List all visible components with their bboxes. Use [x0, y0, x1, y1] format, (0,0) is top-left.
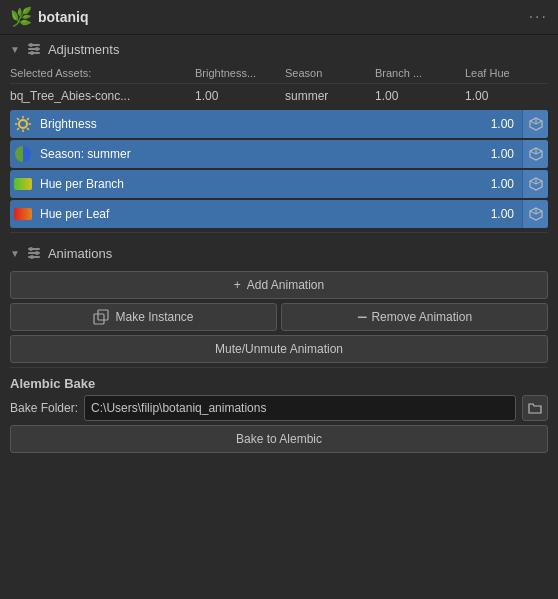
brightness-cube-button[interactable]: [522, 110, 548, 138]
svg-point-35: [35, 251, 39, 255]
hue-leaf-value: 1.00: [486, 207, 522, 221]
brightness-value: 1.00: [486, 117, 522, 131]
animations-section-header[interactable]: ▼ Animations: [0, 239, 558, 267]
season-icon: [14, 145, 32, 163]
asset-leaf-hue: 1.00: [465, 89, 535, 103]
divider-1: [10, 232, 548, 233]
svg-point-36: [30, 255, 34, 259]
hue-leaf-icon: [14, 208, 32, 220]
table-area: Selected Assets: Brightness... Season Br…: [0, 63, 558, 228]
svg-line-13: [27, 118, 29, 120]
bake-to-alembic-button[interactable]: Bake to Alembic: [10, 425, 548, 453]
svg-line-22: [536, 151, 542, 154]
bake-section: Alembic Bake Bake Folder: Bake to Alembi…: [10, 376, 548, 453]
animations-label: Animations: [48, 246, 112, 261]
season-value: 1.00: [486, 147, 522, 161]
svg-line-12: [27, 128, 29, 130]
hue-leaf-row[interactable]: Hue per Leaf 1.00: [10, 200, 548, 228]
bake-folder-browse-button[interactable]: [522, 395, 548, 421]
asset-season: summer: [285, 89, 375, 103]
hue-leaf-label: Hue per Leaf: [36, 207, 486, 221]
mute-container: Mute/Unmute Animation: [10, 335, 548, 363]
svg-point-3: [29, 43, 33, 47]
divider-2: [10, 367, 548, 368]
svg-rect-37: [94, 314, 104, 324]
svg-point-4: [35, 47, 39, 51]
remove-animation-button[interactable]: − Remove Animation: [281, 303, 548, 331]
add-animation-container: + Add Animation: [10, 271, 548, 299]
svg-point-5: [30, 51, 34, 55]
season-cube-button[interactable]: [522, 140, 548, 168]
folder-icon: [528, 401, 542, 415]
hue-branch-icon: [14, 178, 32, 190]
hue-branch-label: Hue per Branch: [36, 177, 486, 191]
add-animation-label: Add Animation: [247, 278, 324, 292]
asset-branch: 1.00: [375, 89, 465, 103]
brightness-label: Brightness: [36, 117, 486, 131]
menu-dots[interactable]: ···: [529, 8, 548, 26]
asset-row: bq_Tree_Abies-conc... 1.00 summer 1.00 1…: [10, 86, 548, 106]
hue-leaf-cube-button[interactable]: [522, 200, 548, 228]
svg-point-6: [19, 120, 27, 128]
bake-title: Alembic Bake: [10, 376, 548, 391]
hue-leaf-icon-box: [10, 200, 36, 228]
sun-icon: [14, 115, 32, 133]
adjustments-chevron: ▼: [10, 44, 20, 55]
season-icon-box: [10, 140, 36, 168]
hue-branch-cube-button[interactable]: [522, 170, 548, 198]
cube-icon-season: [528, 146, 544, 162]
hue-branch-value: 1.00: [486, 177, 522, 191]
bake-folder-input[interactable]: [84, 395, 516, 421]
remove-animation-label: Remove Animation: [371, 310, 472, 324]
col-brightness: Brightness...: [195, 67, 285, 79]
plus-icon: +: [234, 278, 241, 292]
adjustments-icon: [26, 41, 42, 57]
app-header: 🌿 botaniq ···: [0, 0, 558, 35]
svg-line-14: [17, 128, 19, 130]
animations-icon: [26, 245, 42, 261]
svg-line-18: [536, 121, 542, 124]
svg-line-11: [17, 118, 19, 120]
instance-remove-row: Make Instance − Remove Animation: [10, 303, 548, 331]
adjustment-rows: Brightness 1.00 Season: summer 1.00: [10, 110, 548, 228]
header-left: 🌿 botaniq: [10, 6, 89, 28]
minus-icon: −: [357, 308, 368, 326]
svg-line-30: [536, 211, 542, 214]
season-row[interactable]: Season: summer 1.00: [10, 140, 548, 168]
brightness-icon-box: [10, 110, 36, 138]
adjustments-label: Adjustments: [48, 42, 120, 57]
col-season: Season: [285, 67, 375, 79]
cube-icon: [528, 116, 544, 132]
svg-point-34: [29, 247, 33, 251]
hue-branch-row[interactable]: Hue per Branch 1.00: [10, 170, 548, 198]
svg-line-17: [530, 121, 536, 124]
svg-line-29: [530, 211, 536, 214]
asset-name: bq_Tree_Abies-conc...: [10, 89, 195, 103]
season-label: Season: summer: [36, 147, 486, 161]
make-instance-button[interactable]: Make Instance: [10, 303, 277, 331]
col-assets: Selected Assets:: [10, 67, 195, 79]
bake-folder-row: Bake Folder:: [10, 395, 548, 421]
col-branch: Branch ...: [375, 67, 465, 79]
cube-icon-leaf: [528, 206, 544, 222]
make-instance-label: Make Instance: [115, 310, 193, 324]
mute-unmute-button[interactable]: Mute/Unmute Animation: [10, 335, 548, 363]
add-animation-button[interactable]: + Add Animation: [10, 271, 548, 299]
hue-branch-icon-box: [10, 170, 36, 198]
bake-folder-label: Bake Folder:: [10, 401, 78, 415]
svg-line-26: [536, 181, 542, 184]
table-header: Selected Assets: Brightness... Season Br…: [10, 63, 548, 84]
svg-line-25: [530, 181, 536, 184]
adjustments-section-header[interactable]: ▼ Adjustments: [0, 35, 558, 63]
brightness-row[interactable]: Brightness 1.00: [10, 110, 548, 138]
asset-brightness: 1.00: [195, 89, 285, 103]
logo-icon: 🌿: [10, 6, 32, 28]
animations-chevron: ▼: [10, 248, 20, 259]
cube-icon-branch: [528, 176, 544, 192]
app-title: botaniq: [38, 9, 89, 25]
svg-line-21: [530, 151, 536, 154]
svg-rect-38: [98, 310, 108, 320]
instance-icon: [93, 309, 109, 325]
col-leaf-hue: Leaf Hue: [465, 67, 535, 79]
